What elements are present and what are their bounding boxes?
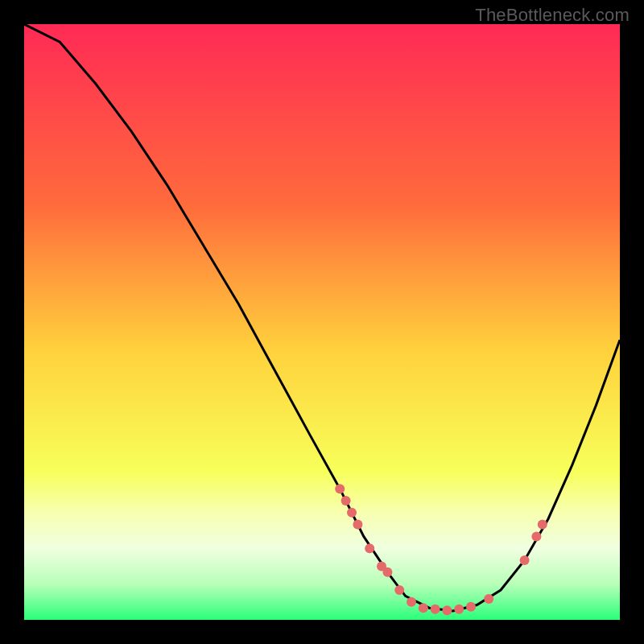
curve-markers <box>335 484 547 615</box>
curve-marker <box>454 605 464 614</box>
curve-marker <box>382 568 392 577</box>
curve-marker <box>407 597 416 607</box>
curve-marker <box>394 585 404 595</box>
curve-marker <box>442 605 452 615</box>
curve-marker <box>466 602 476 612</box>
curve-layer <box>24 24 620 620</box>
curve-marker <box>335 484 345 493</box>
curve-marker <box>484 594 493 604</box>
bottleneck-curve <box>24 24 620 611</box>
curve-marker <box>365 543 374 553</box>
curve-marker <box>419 603 428 613</box>
chart-container: TheBottleneck.com <box>0 0 644 644</box>
plot-area <box>24 24 620 620</box>
curve-marker <box>353 520 362 530</box>
curve-marker <box>431 605 440 614</box>
curve-marker <box>538 520 547 530</box>
watermark-text: TheBottleneck.com <box>475 5 630 26</box>
curve-marker <box>341 496 351 506</box>
curve-marker <box>520 555 530 565</box>
curve-marker <box>531 531 541 541</box>
curve-marker <box>347 508 357 518</box>
